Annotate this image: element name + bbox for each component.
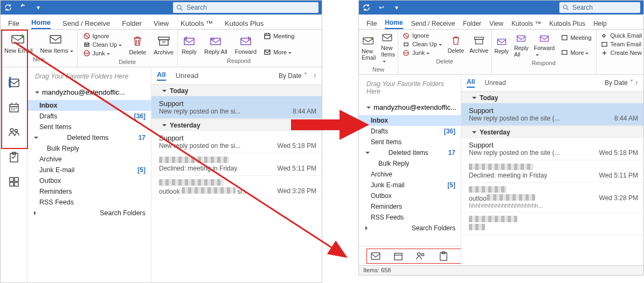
search-input[interactable]: Search — [173, 2, 318, 13]
undo-icon[interactable]: ↩ — [374, 1, 389, 15]
sort-by[interactable]: By Date ˅ ↑ — [605, 79, 638, 87]
folder-deleted-items[interactable]: Deleted Items17 — [27, 132, 151, 143]
message-item[interactable]: Declined: meeting in FridayWed 5:11 PM — [151, 153, 322, 176]
tab-view[interactable]: View — [154, 19, 169, 29]
tasks-icon[interactable] — [438, 251, 449, 261]
calendar-icon[interactable] — [8, 102, 20, 114]
svg-rect-19 — [10, 178, 13, 181]
favorites-drop[interactable]: Drag Your Favorite Folders Here — [27, 67, 151, 84]
folder-search-folders[interactable]: Search Folders — [359, 223, 461, 234]
new-email-button[interactable]: New Email — [359, 30, 378, 65]
svg-rect-28 — [404, 43, 408, 46]
account-node[interactable]: mandyzhou@extendoffic... — [27, 84, 151, 100]
replyall-button[interactable]: Reply All — [511, 30, 531, 59]
tab-home[interactable]: Home — [31, 18, 51, 29]
create-new-button[interactable]: Create New — [599, 48, 644, 57]
folder-drafts[interactable]: Drafts[36] — [27, 111, 151, 122]
meeting-button[interactable]: Meeting — [558, 33, 593, 42]
mail-icon[interactable] — [370, 251, 381, 261]
ignore-button[interactable]: Ignore — [400, 31, 444, 40]
people-icon[interactable] — [416, 251, 426, 261]
folder-outbox[interactable]: Outbox — [359, 190, 461, 201]
archive-button[interactable]: Archive — [467, 30, 491, 57]
sync-icon[interactable] — [359, 1, 374, 15]
tab-folder[interactable]: Folder — [463, 20, 481, 29]
junk-button[interactable]: Junk — [400, 48, 444, 57]
tab-sendreceive[interactable]: Send / Receive — [63, 19, 110, 29]
team-email-button[interactable]: Team Email — [599, 40, 644, 48]
folder-inbox[interactable]: Inbox — [27, 100, 151, 111]
chevron-down-icon: ˅ — [304, 72, 307, 80]
tab-sendreceive[interactable]: Send / Receive — [411, 20, 455, 29]
tab-kutools[interactable]: Kutools ™ — [181, 19, 213, 29]
tab-file[interactable]: File — [366, 20, 377, 29]
delete-button[interactable]: Delete — [125, 30, 150, 58]
more-respond-button[interactable]: More — [261, 48, 296, 56]
meeting-button[interactable]: Meeting — [261, 32, 296, 40]
filter-unread[interactable]: Unread — [176, 72, 199, 80]
filter-unread[interactable]: Unread — [484, 79, 505, 87]
tab-view[interactable]: View — [489, 20, 503, 29]
tab-home[interactable]: Home — [385, 19, 403, 29]
folder-reminders[interactable]: Reminders — [27, 186, 151, 197]
new-items-button[interactable]: New Items — [378, 30, 398, 65]
delete-button[interactable]: Delete — [445, 30, 467, 57]
folder-reminders[interactable]: Reminders — [359, 201, 461, 212]
ignore-button[interactable]: Ignore — [81, 32, 124, 40]
forward-button[interactable]: Forward — [531, 30, 558, 59]
folder-rss-feeds[interactable]: RSS Feeds — [359, 212, 461, 223]
message-item[interactable]: SupportNew reply posted on the site (...… — [461, 138, 643, 160]
qat-more-icon[interactable]: ▾ — [31, 1, 46, 15]
forward-button[interactable]: Forward — [231, 30, 260, 56]
quick-email-button[interactable]: Quick Email — [599, 31, 644, 40]
message-item[interactable] — [461, 213, 643, 236]
reply-button[interactable]: Reply — [491, 30, 511, 59]
folder-bulk-reply[interactable]: Bulk Reply — [359, 158, 461, 169]
folder-outbox[interactable]: Outbox — [27, 175, 151, 186]
favorites-drop[interactable]: Drag Your Favorite Folders Here — [359, 75, 461, 100]
message-item[interactable]: outlooWed 3:28 PMhhhhhhhhhhhhhhhhhhhhh..… — [461, 183, 643, 213]
folder-sent-items[interactable]: Sent Items — [27, 122, 151, 132]
calendar-icon[interactable] — [393, 251, 404, 261]
folder-junk-e-mail[interactable]: Junk E-mail[5] — [359, 180, 461, 190]
more-respond-button[interactable]: More — [558, 48, 593, 57]
tab-file[interactable]: File — [8, 19, 19, 29]
tab-kutools[interactable]: Kutools ™ — [511, 20, 541, 29]
archive-button[interactable]: Archive — [150, 30, 177, 58]
more-apps-icon[interactable] — [8, 176, 20, 188]
folder-search-folders[interactable]: Search Folders — [27, 208, 151, 218]
search-input[interactable]: Search — [559, 2, 640, 13]
folder-bulk-reply[interactable]: Bulk Reply — [27, 143, 151, 154]
new-items-button[interactable]: New Items — [37, 30, 77, 55]
people-icon[interactable] — [8, 126, 20, 138]
undo-icon[interactable] — [16, 1, 31, 15]
cleanup-button[interactable]: Clean Up — [400, 40, 444, 48]
replyall-button[interactable]: Reply All — [200, 30, 231, 56]
qat-more-icon[interactable]: ▾ — [389, 1, 404, 15]
sort-by[interactable]: By Date ˅ ↑ — [279, 72, 316, 80]
junk-button[interactable]: Junk — [81, 49, 124, 58]
mail-icon[interactable] — [8, 77, 20, 89]
folder-junk-e-mail[interactable]: Junk E-mail[5] — [27, 165, 151, 175]
tab-kutoolsplus[interactable]: Kutools Plus — [225, 19, 264, 29]
tab-help[interactable]: Help — [593, 20, 607, 29]
folder-archive[interactable]: Archive — [359, 169, 461, 180]
filter-all[interactable]: All — [157, 70, 166, 81]
folder-deleted-items[interactable]: Deleted Items17 — [359, 147, 461, 158]
group-header[interactable]: Yesterday — [461, 126, 643, 138]
folder-archive[interactable]: Archive — [27, 154, 151, 165]
message-item[interactable]: outlook signatureWed 3:28 PM — [151, 176, 322, 199]
filter-all[interactable]: All — [467, 78, 475, 88]
group-header[interactable]: Today — [151, 84, 322, 96]
folder-rss-feeds[interactable]: RSS Feeds — [27, 197, 151, 208]
message-item[interactable]: SupportNew reply posted on the site (...… — [461, 103, 643, 126]
new-email-button[interactable]: New Email — [1, 30, 37, 55]
message-item[interactable]: Declined: meeting in FridayWed 5:11 PM — [461, 160, 643, 183]
tab-kutoolsplus[interactable]: Kutools Plus — [549, 20, 585, 29]
group-header[interactable]: Today — [461, 91, 643, 103]
tab-folder[interactable]: Folder — [122, 19, 142, 29]
sync-icon[interactable] — [1, 1, 16, 15]
tasks-icon[interactable] — [8, 151, 20, 163]
reply-button[interactable]: Reply — [178, 30, 200, 56]
cleanup-button[interactable]: Clean Up — [81, 40, 124, 49]
